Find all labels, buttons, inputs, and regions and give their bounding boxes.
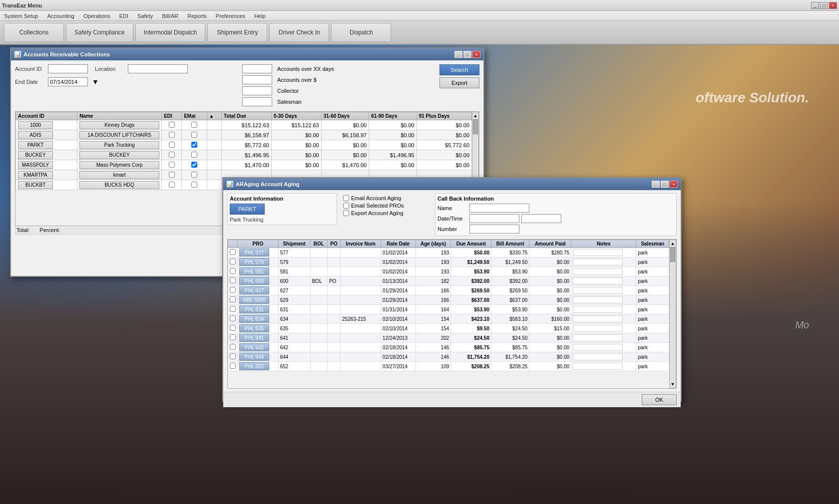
collector-input[interactable] (242, 86, 272, 95)
edi-checkbox[interactable] (169, 132, 175, 138)
menu-reports[interactable]: Reports (185, 12, 209, 19)
export-account-aging-checkbox[interactable] (343, 210, 349, 216)
menu-help[interactable]: Help (252, 12, 268, 19)
pro-button[interactable]: PHL 631 (239, 305, 269, 313)
email-checkbox[interactable] (191, 142, 197, 148)
app-titlebar-controls[interactable]: _ □ × (811, 2, 837, 9)
pro-button[interactable]: PHL 634 (239, 315, 269, 323)
aging-scroll-up[interactable]: ▲ (671, 240, 675, 246)
pro-button[interactable]: PHL 642 (239, 343, 269, 351)
date-picker-icon[interactable]: ▼ (92, 78, 99, 86)
notes-input[interactable] (573, 268, 623, 275)
aging-scroll-down[interactable]: ▼ (671, 382, 675, 388)
tab-shipment-entry[interactable]: Shipment Entry (207, 23, 267, 42)
account-name-btn[interactable]: Mass Polymers Corp (79, 161, 159, 169)
app-close-button[interactable]: × (829, 2, 837, 9)
ar-maximize-button[interactable]: □ (463, 51, 471, 58)
aging-row-checkbox[interactable] (230, 344, 236, 350)
xx-days-input[interactable] (242, 64, 272, 73)
notes-input[interactable] (573, 363, 623, 370)
email-selected-pros-checkbox[interactable] (343, 203, 349, 209)
notes-input[interactable] (573, 353, 623, 360)
ar-table-row[interactable]: MASSPOLY Mass Polymers Corp $1,470.00 $0… (16, 160, 472, 170)
account-name-btn[interactable]: 1A DISCOUNT LIFTCHAIRS (79, 131, 159, 139)
pro-button[interactable]: PHL 579 (239, 258, 269, 266)
email-checkbox[interactable] (191, 162, 197, 168)
notes-input[interactable] (573, 296, 623, 303)
email-checkbox[interactable] (191, 132, 197, 138)
aging-table-row[interactable]: ABE 5000 629 01/29/2014 166 $637.00 $637… (228, 295, 669, 305)
aging-row-checkbox[interactable] (230, 334, 236, 340)
search-button[interactable]: Search (439, 64, 479, 75)
aging-table-row[interactable]: PHL 627 627 01/29/2014 166 $269.50 $269.… (228, 286, 669, 295)
ar-table-row[interactable]: ADIS 1A DISCOUNT LIFTCHAIRS $6,158.97 $0… (16, 130, 472, 140)
account-name-btn[interactable]: kmart (79, 171, 159, 179)
menu-preferences[interactable]: Preferences (214, 12, 247, 19)
email-account-aging-checkbox[interactable] (343, 195, 349, 201)
pro-button[interactable]: PHL 581 (239, 267, 269, 275)
aging-row-checkbox[interactable] (230, 296, 236, 302)
account-id-btn[interactable]: 1000 (18, 121, 53, 129)
app-minimize-button[interactable]: _ (811, 2, 819, 9)
menu-accounting[interactable]: Accounting (45, 12, 76, 19)
edi-checkbox[interactable] (169, 182, 175, 188)
salesman-input[interactable] (242, 97, 272, 106)
aging-row-checkbox[interactable] (230, 277, 236, 283)
notes-input[interactable] (573, 315, 623, 322)
pro-button[interactable]: PHL 641 (239, 334, 269, 342)
notes-input[interactable] (573, 277, 623, 284)
email-checkbox[interactable] (191, 182, 197, 188)
account-id-btn[interactable]: BUCKBT (18, 181, 53, 189)
araging-close-button[interactable]: × (670, 181, 678, 188)
notes-input[interactable] (573, 325, 623, 332)
tab-dispatch[interactable]: Dispatch (331, 23, 391, 42)
account-name-btn[interactable]: Kinney Drugs (79, 121, 159, 129)
edi-checkbox[interactable] (169, 152, 175, 158)
pro-button[interactable]: PHL 577 (239, 249, 269, 256)
notes-input[interactable] (573, 306, 623, 313)
email-checkbox[interactable] (191, 172, 197, 178)
menu-operations[interactable]: Operations (81, 12, 112, 19)
aging-table-scrollbar[interactable]: ▲ ▼ (669, 240, 676, 388)
account-id-btn[interactable]: ADIS (18, 131, 53, 139)
account-id-btn[interactable]: KMARTPA (18, 171, 53, 179)
aging-row-checkbox[interactable] (230, 315, 236, 321)
notes-input[interactable] (573, 258, 623, 265)
menu-system-setup[interactable]: System Setup (2, 12, 40, 19)
aging-table-row[interactable]: PHL 631 631 01/31/2014 164 $53.90 $53.90… (228, 305, 669, 314)
aging-row-checkbox[interactable] (230, 249, 236, 255)
ok-button[interactable]: OK (642, 394, 677, 405)
aging-row-checkbox[interactable] (230, 258, 236, 264)
callback-datetime-input2[interactable] (521, 214, 561, 223)
aging-table-row[interactable]: PHL 600 600 BOL PO 01/13/2014 182 $392.0… (228, 276, 669, 286)
accounts-over-dollar-input[interactable] (242, 75, 272, 84)
aging-table-row[interactable]: PHL 581 581 01/02/2014 193 $53.90 $53.90… (228, 267, 669, 276)
aging-scroll-thumb[interactable] (670, 247, 675, 262)
aging-row-checkbox[interactable] (230, 353, 236, 359)
callback-name-input[interactable] (469, 204, 529, 213)
account-name-btn[interactable]: BUCKEY (79, 151, 159, 159)
account-id-btn[interactable]: MASSPOLY (18, 161, 53, 169)
account-name-btn[interactable]: Park Trucking (79, 141, 159, 149)
aging-table-row[interactable]: PHL 635 635 02/10/2014 154 $9.50 $24.50 … (228, 324, 669, 333)
ar-table-row[interactable]: 1000 Kinney Drugs $15,122.63 $15,122.63 … (16, 120, 472, 130)
edi-checkbox[interactable] (169, 162, 175, 168)
aging-table-row[interactable]: PHL 577 577 01/02/2014 193 $50.00 $330.7… (228, 248, 669, 257)
aging-row-checkbox[interactable] (230, 325, 236, 331)
account-id-btn[interactable]: PARKT (18, 141, 53, 149)
pro-button[interactable]: PHL 652 (239, 362, 269, 370)
menu-safety[interactable]: Safety (135, 12, 155, 19)
aging-table-row[interactable]: PHL 634 634 25263-215 02/10/2014 154 $42… (228, 314, 669, 324)
pro-button[interactable]: PHL 644 (239, 353, 269, 361)
parkt-account-button[interactable]: PARKT (230, 204, 265, 215)
pro-button[interactable]: PHL 600 (239, 277, 269, 285)
scroll-thumb[interactable] (473, 119, 478, 134)
aging-table-row[interactable]: PHL 642 642 02/18/2014 146 $85.75 $85.75… (228, 343, 669, 352)
export-button[interactable]: Export (439, 77, 479, 88)
edi-checkbox[interactable] (169, 122, 175, 128)
email-checkbox[interactable] (191, 122, 197, 128)
notes-input[interactable] (573, 287, 623, 294)
scroll-up-arrow[interactable]: ▲ (473, 112, 478, 118)
pro-button[interactable]: PHL 627 (239, 286, 269, 294)
tab-collections[interactable]: Collections (4, 23, 64, 42)
